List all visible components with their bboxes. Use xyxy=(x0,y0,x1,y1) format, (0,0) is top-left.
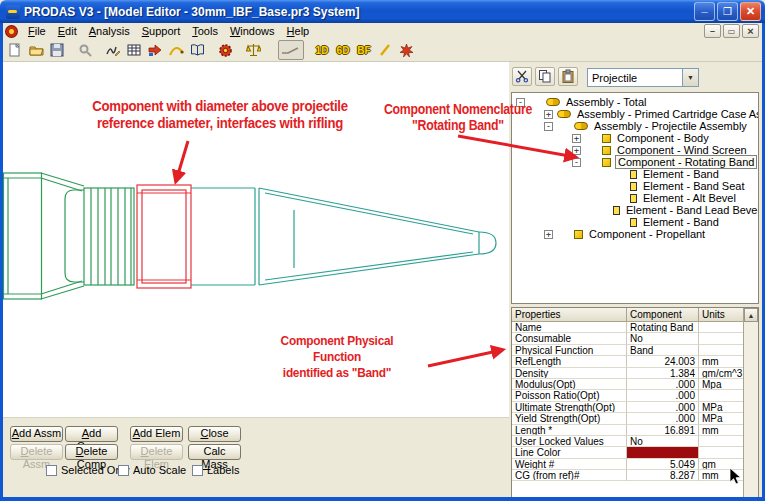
new-document-icon[interactable] xyxy=(5,40,25,60)
add-elem-button[interactable]: Add Elem xyxy=(130,426,183,442)
menu-edit[interactable]: Edit xyxy=(52,24,83,38)
property-row-physical-function[interactable]: Physical FunctionBand xyxy=(512,345,758,356)
spreadsheet-icon[interactable] xyxy=(124,40,144,60)
tree-node-element-alt-bevel[interactable]: +Element - Alt Bevel xyxy=(512,192,758,204)
pen-slash-icon[interactable] xyxy=(375,40,395,60)
close-button[interactable]: Close xyxy=(188,426,241,442)
tree-node-assembly-primed-cartridge-case-assem[interactable]: +Assembly - Primed Cartridge Case Assem xyxy=(512,108,758,120)
property-value[interactable]: 1.384 xyxy=(627,368,699,379)
property-value[interactable]: Band xyxy=(627,345,699,356)
property-row-consumable[interactable]: ConsumableNo xyxy=(512,333,758,344)
menu-tools[interactable]: Tools xyxy=(186,24,224,38)
property-value[interactable]: 16.891 xyxy=(627,425,699,436)
expand-icon[interactable]: + xyxy=(572,134,581,143)
copy-icon[interactable] xyxy=(535,67,555,86)
tree-node-label[interactable]: Assembly - Projectile Assembly xyxy=(592,120,749,132)
menu-help[interactable]: Help xyxy=(281,24,316,38)
tree-node-label[interactable]: Component - Rotating Band xyxy=(615,155,757,169)
tree-node-label[interactable]: Element - Band xyxy=(641,216,721,228)
tree-node-element-band-seat[interactable]: +Element - Band Seat xyxy=(512,180,758,192)
menu-windows[interactable]: Windows xyxy=(224,24,281,38)
gear-icon[interactable] xyxy=(215,40,235,60)
plot-pen-icon[interactable] xyxy=(103,40,123,60)
property-row-length[interactable]: Length *16.891mm xyxy=(512,425,758,436)
property-value[interactable]: No xyxy=(627,333,699,344)
mdi-restore-button[interactable] xyxy=(723,24,740,38)
cut-icon[interactable] xyxy=(512,67,532,86)
property-value[interactable]: .000 xyxy=(627,402,699,413)
line-color-swatch[interactable] xyxy=(627,447,699,458)
mdi-close-button[interactable] xyxy=(742,24,759,38)
assembly-selector[interactable]: Projectile xyxy=(587,68,699,87)
property-row-yield-strength-opt[interactable]: Yield Strength(Opt).000MPa xyxy=(512,413,758,424)
tree-node-label[interactable]: Element - Band Seat xyxy=(641,180,747,192)
property-value[interactable]: 5.049 xyxy=(627,459,699,470)
vertical-scrollbar[interactable] xyxy=(743,308,758,501)
minimize-button[interactable] xyxy=(694,2,715,21)
six-d-icon[interactable]: 6D xyxy=(333,40,353,60)
balance-icon[interactable] xyxy=(243,40,263,60)
property-row-reflength[interactable]: RefLength24.003mm xyxy=(512,356,758,367)
tree-node-label[interactable]: Assembly - Primed Cartridge Case Assem xyxy=(575,108,759,120)
trajectory-icon[interactable] xyxy=(166,40,186,60)
export-icon[interactable] xyxy=(145,40,165,60)
property-value[interactable]: Rotating Band xyxy=(627,322,699,333)
maximize-button[interactable] xyxy=(717,2,738,21)
property-value[interactable]: 8.287 xyxy=(627,470,699,481)
add-comp-button[interactable]: Add Comp xyxy=(65,426,118,442)
menu-analysis[interactable]: Analysis xyxy=(83,24,136,38)
add-assm-button[interactable]: Add Assm xyxy=(10,426,63,442)
labels-checkbox[interactable]: Labels xyxy=(192,464,239,476)
property-row-user-locked-values[interactable]: User Locked ValuesNo xyxy=(512,436,758,447)
scroll-up-icon[interactable] xyxy=(744,308,758,322)
property-row-density[interactable]: Density1.384gm/cm^3 xyxy=(512,368,758,379)
drawing-canvas[interactable] xyxy=(3,62,509,417)
tree-node-component-body[interactable]: +Component - Body xyxy=(512,132,758,144)
grid-header-units[interactable]: Units xyxy=(699,308,743,322)
zoom-icon[interactable] xyxy=(75,40,95,60)
property-value[interactable]: No xyxy=(627,436,699,447)
delete-comp-button[interactable]: Delete Comp xyxy=(65,444,118,460)
document-icon[interactable] xyxy=(5,25,18,38)
collapse-icon[interactable]: - xyxy=(516,98,525,107)
collapse-icon[interactable]: - xyxy=(544,122,553,131)
open-folder-icon[interactable] xyxy=(26,40,46,60)
save-icon[interactable] xyxy=(47,40,67,60)
property-row-poisson-ratio-opt[interactable]: Poisson Ratio(Opt).000 xyxy=(512,390,758,401)
tree-node-element-band[interactable]: +Element - Band xyxy=(512,168,758,180)
tree-node-component-rotating-band[interactable]: -Component - Rotating Band xyxy=(512,156,758,168)
properties-grid[interactable]: PropertiesComponentUnits NameRotating Ba… xyxy=(511,307,759,501)
bf-icon[interactable]: BF xyxy=(354,40,374,60)
tree-node-label[interactable]: Assembly - Total xyxy=(564,96,649,108)
property-row-ultimate-strength-opt[interactable]: Ultimate Strength(Opt).000MPa xyxy=(512,402,758,413)
checkbox-box[interactable] xyxy=(192,465,203,476)
close-button[interactable] xyxy=(740,2,761,21)
property-value[interactable]: .000 xyxy=(627,379,699,390)
property-row-line-color[interactable]: Line Color xyxy=(512,447,758,458)
tree[interactable]: -Assembly - Total+Assembly - Primed Cart… xyxy=(511,92,759,304)
burst-icon[interactable] xyxy=(396,40,416,60)
menu-file[interactable]: File xyxy=(22,24,52,38)
property-row-modulus-opt[interactable]: Modulus(Opt).000Mpa xyxy=(512,379,758,390)
book-icon[interactable] xyxy=(187,40,207,60)
property-row-weight[interactable]: Weight #5.049gm xyxy=(512,459,758,470)
collapse-icon[interactable]: - xyxy=(572,158,581,167)
tree-node-assembly-total[interactable]: -Assembly - Total xyxy=(512,96,758,108)
tree-node-label[interactable]: Component - Propellant xyxy=(587,228,707,240)
tree-node-element-band[interactable]: +Element - Band xyxy=(512,216,758,228)
tree-node-label[interactable]: Element - Band xyxy=(641,168,721,180)
expand-icon[interactable]: + xyxy=(544,230,553,239)
property-value[interactable]: 24.003 xyxy=(627,356,699,367)
property-row-cg-from-ref[interactable]: CG (from ref)#8.287mm xyxy=(512,470,758,481)
expand-icon[interactable]: + xyxy=(544,110,553,119)
property-value[interactable]: .000 xyxy=(627,390,699,401)
one-d-icon[interactable]: 1D xyxy=(312,40,332,60)
tree-node-component-propellant[interactable]: +Component - Propellant xyxy=(512,228,758,240)
menu-support[interactable]: Support xyxy=(136,24,187,38)
chevron-down-icon[interactable] xyxy=(682,69,698,86)
calc-mass-button[interactable]: Calc Mass xyxy=(188,444,241,460)
tree-node-label[interactable]: Component - Body xyxy=(615,132,711,144)
property-row-name[interactable]: NameRotating Band xyxy=(512,322,758,333)
checkbox-box[interactable] xyxy=(46,465,57,476)
tree-node-label[interactable]: Element - Band Lead Bevel xyxy=(624,204,759,216)
